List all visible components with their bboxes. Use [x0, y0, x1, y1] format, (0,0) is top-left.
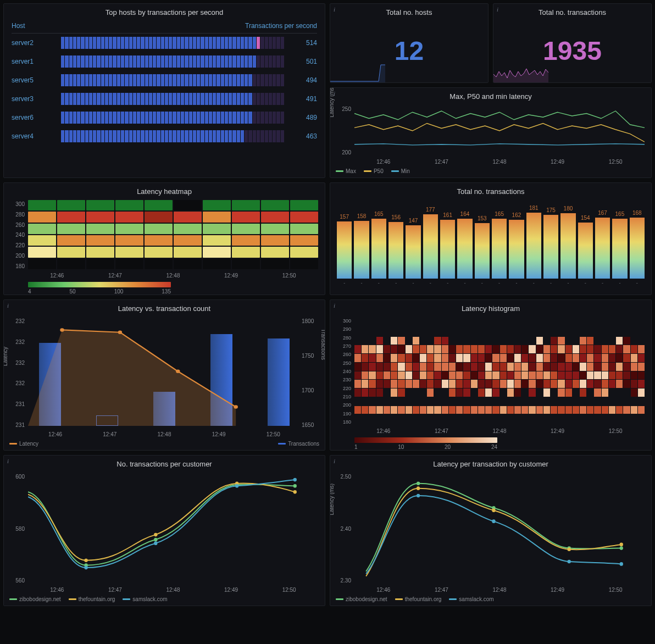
panel-title: Max, P50 and min latency [330, 88, 651, 103]
panel-title: Latency heatmap [4, 183, 325, 198]
legend-swatch [123, 598, 130, 600]
legend-item[interactable]: thefountain.org [395, 596, 442, 602]
legend-item[interactable]: Latency [9, 441, 38, 447]
legend-item[interactable]: samslack.com [123, 596, 167, 602]
panel-total-hosts[interactable]: i Total no. hosts 12 [330, 3, 489, 83]
scale-ticks: 1 10 20 24 [354, 443, 497, 450]
info-icon[interactable]: i [7, 302, 9, 309]
line-chart [354, 474, 645, 584]
hosts-table: Host Transactions per second server2514s… [4, 19, 325, 177]
legend-item[interactable]: zibobodesign.net [9, 596, 61, 602]
legend-label: Transactions [288, 441, 319, 447]
legend-item[interactable]: thefountain.org [69, 596, 115, 602]
bar: 175- [543, 207, 558, 286]
x-ticks: 12:46 12:47 12:48 12:49 12:50 [330, 158, 651, 166]
chart-body: Latency Transactions 232 232 232 232 231… [4, 315, 325, 430]
svg-point-25 [492, 519, 495, 523]
y-ticks: 300 280 260 240 220 200 180 [8, 201, 25, 269]
legend-swatch [449, 598, 457, 600]
host-name: server1 [12, 58, 55, 65]
table-header: Host Transactions per second [12, 19, 317, 34]
svg-point-13 [154, 541, 157, 545]
table-row[interactable]: server2514 [12, 34, 317, 52]
bar: 147- [406, 218, 420, 286]
y-ticks-right: 1800 1750 1700 1650 [302, 318, 320, 428]
legend: zibobodesign.netthefountain.orgsamslack.… [330, 594, 651, 606]
legend-swatch [69, 598, 76, 600]
panel-title: Latency histogram [330, 300, 651, 315]
host-name: server4 [12, 132, 55, 140]
panel-latency-per-customer[interactable]: i Latency per transaction by customer La… [330, 455, 652, 606]
svg-point-15 [293, 478, 297, 482]
panel-total-transactions[interactable]: i Total no. transactions 1935 [493, 3, 652, 83]
svg-point-5 [154, 538, 157, 542]
table-row[interactable]: server1501 [12, 52, 317, 71]
histogram-grid [354, 319, 645, 423]
info-icon[interactable]: i [334, 458, 335, 464]
panel-latency-lines[interactable]: i Max, P50 and min latency Latency (ms) … [330, 87, 652, 178]
host-bar [61, 112, 284, 124]
legend-swatch [336, 170, 343, 172]
legend-item[interactable]: Min [391, 168, 410, 174]
panel-txn-per-customer[interactable]: i No. transactions per customer 600 580 … [3, 455, 325, 606]
svg-point-22 [568, 547, 571, 551]
bar: 158- [354, 213, 369, 286]
bar: 177- [423, 207, 438, 286]
legend-item[interactable]: Max [336, 168, 356, 174]
table-row[interactable]: server6489 [12, 108, 317, 127]
sparkline [493, 60, 548, 82]
bar: 167- [595, 210, 610, 286]
panel-total-txn-bars[interactable]: Total no. transactions 157-158-165-156-1… [330, 182, 652, 295]
panel-latency-vs-txn[interactable]: i Latency vs. transaction count Latency … [3, 299, 325, 451]
legend: MaxP50Min [330, 166, 651, 177]
table-row[interactable]: server5494 [12, 71, 317, 90]
table-row[interactable]: server3491 [12, 90, 317, 108]
panel-latency-histogram[interactable]: i Latency histogram 300 290 280 270 260 … [330, 299, 652, 451]
info-icon[interactable]: i [7, 458, 9, 464]
legend-swatch [278, 443, 286, 445]
host-value: 489 [290, 114, 317, 121]
svg-point-9 [154, 533, 157, 537]
svg-point-24 [417, 494, 420, 498]
legend-label: Min [401, 168, 410, 174]
chart-body: 157-158-165-156-147-177-161-164-153-165-… [330, 198, 651, 295]
host-value: 501 [290, 58, 317, 65]
heatmap-grid [28, 200, 318, 269]
legend-item[interactable]: samslack.com [449, 596, 493, 602]
legend-label: samslack.com [132, 596, 167, 602]
panel-latency-heatmap[interactable]: Latency heatmap 300 280 260 240 220 200 … [3, 182, 325, 295]
host-bar [61, 74, 284, 86]
legend-label: zibobodesign.net [19, 596, 61, 602]
legend-swatch [364, 170, 371, 172]
chart-body: 300 290 280 270 260 250 240 230 220 210 … [330, 315, 651, 427]
table-row[interactable]: server4463 [12, 127, 317, 146]
host-bar [61, 130, 284, 142]
legend-swatch [391, 170, 399, 172]
panel-top-hosts[interactable]: Top hosts by transactions per second Hos… [3, 3, 325, 178]
color-scale [354, 437, 497, 443]
info-icon[interactable]: i [497, 6, 498, 13]
panel-title: Latency vs. transaction count [4, 300, 325, 315]
col-host[interactable]: Host [12, 22, 245, 30]
legend: LatencyTransactions [4, 438, 325, 450]
info-icon[interactable]: i [334, 6, 335, 13]
svg-point-16 [417, 481, 420, 485]
svg-point-8 [84, 558, 87, 562]
info-icon[interactable]: i [334, 302, 335, 309]
host-value: 491 [290, 95, 317, 103]
legend-item[interactable]: zibobodesign.net [336, 596, 387, 602]
panel-title: No. transactions per customer [4, 456, 325, 470]
legend-label: zibobodesign.net [346, 596, 387, 602]
col-tps[interactable]: Transactions per second [245, 22, 317, 30]
line-chart [28, 474, 318, 584]
svg-point-0 [60, 328, 64, 331]
stats-row: i Total no. hosts 12 i Total no. transac… [330, 3, 652, 83]
svg-point-27 [620, 562, 623, 566]
legend-item[interactable]: P50 [364, 168, 384, 174]
panel-title: Total no. transactions [493, 4, 651, 19]
svg-point-3 [234, 405, 237, 408]
svg-point-1 [118, 330, 122, 334]
y-ticks-left: 232 232 232 232 231 231 [8, 318, 25, 428]
legend-item[interactable]: Transactions [278, 441, 319, 447]
bar: 168- [630, 210, 645, 286]
